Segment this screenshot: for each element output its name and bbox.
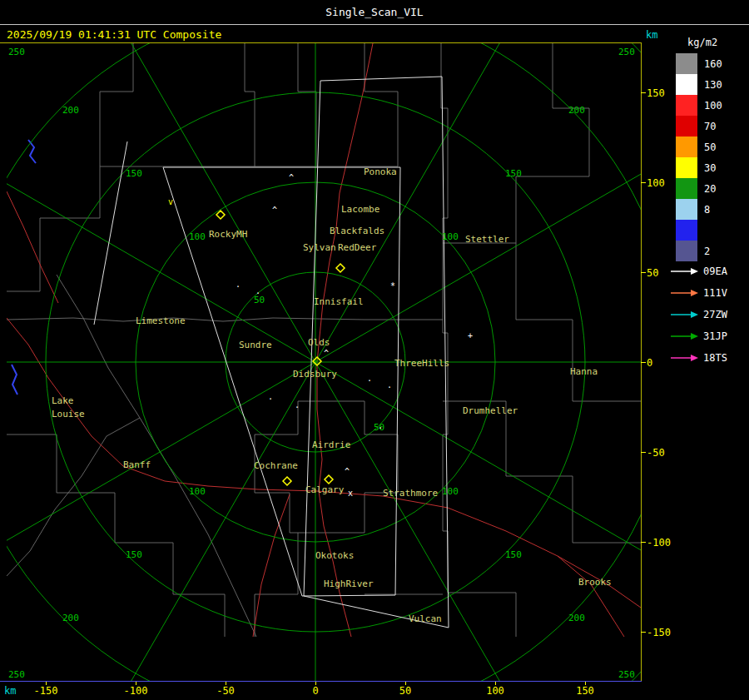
y-axis-label: 150 — [647, 87, 665, 99]
y-axis-tick — [641, 452, 646, 453]
ring-label: 250 — [618, 669, 635, 680]
city-label: Olds — [308, 337, 330, 348]
radar-map[interactable]: 50 50 100 100 100 100 150 150 150 150 20… — [7, 43, 641, 681]
point-marker: ^ — [289, 173, 294, 182]
x-axis-label: -150 — [27, 685, 64, 697]
point-marker: · — [255, 289, 260, 298]
ring-label: 100 — [189, 231, 206, 242]
y-axis-label: -50 — [647, 447, 665, 459]
city-label: Sundre — [239, 340, 272, 350]
y-axis-tick — [641, 182, 646, 183]
y-axis-tick — [641, 632, 646, 633]
radar-viewer-window: Single_Scan_VIL 2025/09/19 01:41:31 UTC … — [0, 0, 749, 700]
city-label: Sylvan — [303, 242, 336, 253]
colorbar-value: 2 — [704, 246, 710, 257]
title-separator — [0, 24, 749, 25]
highway-line — [7, 191, 58, 303]
boundary-line — [443, 43, 589, 243]
y-axis-label: -150 — [647, 627, 671, 638]
colorbar-swatch — [676, 178, 697, 199]
city-label: Okotoks — [315, 550, 354, 561]
point-marker: x — [348, 489, 353, 498]
rivers — [12, 140, 36, 395]
boundary-line — [441, 43, 516, 637]
y-axis-tick — [641, 362, 646, 363]
x-axis-label: -100 — [117, 685, 154, 697]
x-axis-unit-label: km — [4, 685, 16, 697]
colorbar-value: 70 — [704, 121, 716, 132]
city-label: Calgary — [305, 484, 345, 495]
city-label: RockyMH — [209, 229, 247, 240]
highway-line — [558, 556, 624, 637]
radar-coverage-outlines — [94, 77, 449, 628]
x-axis-line — [0, 681, 642, 682]
ring-label: 150 — [126, 168, 142, 179]
colorbar-swatch — [676, 157, 697, 178]
colorbar-swatch — [676, 199, 697, 220]
city-label: Vulcan — [409, 613, 442, 624]
colorbar-value: 20 — [704, 183, 716, 195]
city-label: RedDeer — [338, 242, 377, 253]
ring-label: 150 — [505, 549, 522, 560]
city-label: Cochrane — [254, 460, 298, 471]
x-axis-label: 100 — [477, 685, 513, 697]
colorbar-value: 130 — [704, 79, 722, 91]
station-legend: 09EA 111V 27ZW 31JP 18TS — [669, 265, 749, 378]
station-id: 111V — [703, 287, 727, 299]
boundary-line — [443, 401, 641, 543]
y-axis-label: 0 — [647, 357, 652, 369]
y-axis-tick — [641, 92, 646, 93]
city-label: Banff — [123, 459, 151, 470]
river-line — [12, 365, 17, 395]
x-axis-label: 0 — [297, 685, 334, 697]
x-axis-label: -50 — [207, 685, 244, 697]
colorbar-value: 100 — [704, 100, 722, 112]
point-marker: * — [390, 281, 395, 290]
colorbar-swatch — [676, 220, 697, 241]
city-label: Louise — [52, 409, 85, 420]
ring-label: 200 — [568, 613, 585, 623]
ring-label: 250 — [8, 669, 25, 680]
city-label: HighRiver — [324, 578, 374, 589]
point-marker: ^ — [324, 349, 329, 358]
title-bar: Single_Scan_VIL — [0, 0, 749, 24]
radar-site-diamond — [216, 211, 225, 219]
point-marker: · — [236, 282, 241, 291]
y-axis-unit-label: km — [646, 29, 657, 41]
station-arrowhead — [691, 333, 698, 340]
colorbar: 160 130 100 70 50 30 20 8 2 — [676, 53, 749, 261]
colorbar-value: 30 — [704, 162, 716, 174]
ring-label: 250 — [618, 47, 635, 57]
colorbar-unit-label: kg/m2 — [687, 37, 717, 48]
window-title: Single_Scan_VIL — [325, 6, 423, 18]
ring-label: 200 — [62, 105, 79, 116]
radar-site-diamond — [325, 475, 333, 484]
city-label: Lake — [52, 395, 74, 406]
y-axis-tick — [641, 542, 646, 543]
boundary-line — [255, 43, 398, 166]
city-label: Strathmore — [383, 488, 438, 499]
boundary-line — [57, 275, 256, 637]
colorbar-value: 160 — [704, 58, 722, 70]
city-label: Airdrie — [312, 439, 350, 450]
city-label: Limestone — [136, 315, 186, 326]
station-arrowhead — [691, 311, 698, 318]
colorbar-value: 8 — [704, 204, 710, 216]
station-id: 09EA — [703, 266, 728, 277]
radar-site-diamond — [283, 477, 291, 485]
radar-site-diamond — [336, 264, 345, 272]
highway-line — [317, 491, 641, 608]
city-label: Drumheller — [463, 405, 518, 416]
river-line — [28, 140, 36, 163]
boundary-line — [100, 43, 133, 166]
station-id: 18TS — [703, 352, 727, 364]
point-marker: · — [378, 424, 383, 433]
y-axis-label: 50 — [647, 267, 658, 279]
city-label: Brooks — [578, 577, 612, 588]
city-label: Hanna — [570, 366, 598, 377]
city-label: Lacombe — [341, 204, 379, 215]
boundary-line — [7, 418, 140, 576]
colorbar-swatch — [676, 137, 697, 157]
city-label: Ponoka — [364, 166, 397, 177]
range-ring-labels: 50 50 100 100 100 100 150 150 150 150 20… — [8, 47, 635, 680]
